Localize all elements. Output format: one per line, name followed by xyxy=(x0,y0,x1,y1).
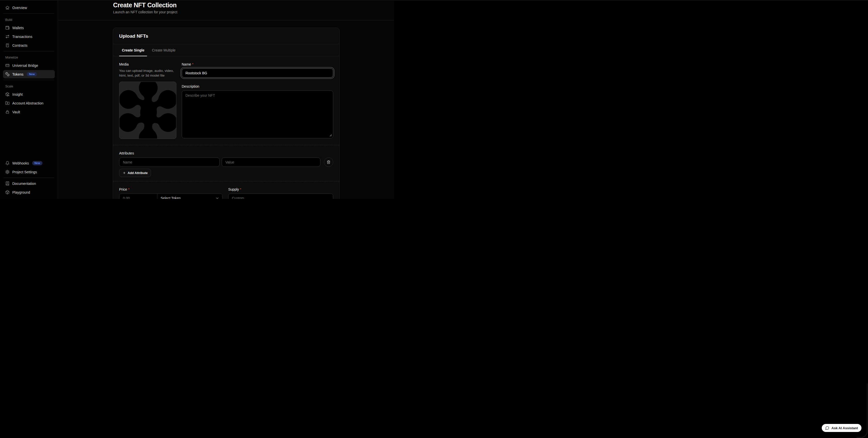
sidebar-section-monetize: Monetize xyxy=(5,56,53,59)
sidebar-item-universal-bridge[interactable]: Universal Bridge xyxy=(3,61,55,70)
sidebar-item-label: Webhooks xyxy=(12,161,29,165)
price-label: Price* xyxy=(119,188,223,191)
page-header: Create NFT Collection Launch an NFT coll… xyxy=(58,0,394,20)
required-asterisk: * xyxy=(128,188,129,191)
package-search-icon xyxy=(5,92,9,96)
page-subtitle: Launch an NFT collection for your projec… xyxy=(113,10,394,14)
card-header: Upload NFTs xyxy=(113,28,339,44)
sidebar-item-tokens[interactable]: Tokens New xyxy=(3,70,55,78)
media-column: Media You can upload image, audio, video… xyxy=(119,62,177,139)
price-supply-section: Price* Select Token Supply* xyxy=(113,181,339,199)
sidebar-item-label: Insight xyxy=(12,93,23,96)
sidebar-item-label: Account Abstraction xyxy=(12,101,43,105)
sidebar-item-label: Overview xyxy=(12,6,27,10)
sidebar-item-wallets[interactable]: Wallets xyxy=(3,24,55,32)
sidebar-item-playground[interactable]: Playground xyxy=(3,188,55,196)
sidebar-item-label: Documentation xyxy=(12,181,36,186)
nft-form-top: Media You can upload image, audio, video… xyxy=(113,56,339,145)
price-input-group: Select Token xyxy=(119,193,223,199)
sidebar-spacer xyxy=(3,116,55,159)
book-icon xyxy=(5,181,9,186)
bell-icon xyxy=(5,161,9,165)
sidebar-item-label: Vault xyxy=(12,110,20,114)
description-label: Description xyxy=(182,85,333,89)
sidebar-section-scale: Scale xyxy=(5,85,53,88)
sidebar-item-vault[interactable]: Vault xyxy=(3,108,55,116)
sidebar-item-contracts[interactable]: Contracts xyxy=(3,41,55,49)
sidebar-item-project-settings[interactable]: Project Settings xyxy=(3,168,55,176)
token-select-label: Select Token xyxy=(161,196,181,199)
contract-document-icon xyxy=(5,43,9,47)
card-title: Upload NFTs xyxy=(119,33,333,39)
supply-column: Supply* xyxy=(228,188,333,199)
supply-label: Supply* xyxy=(228,188,333,191)
home-icon xyxy=(5,5,9,10)
arrows-left-right-icon xyxy=(5,34,9,39)
sidebar-item-label: Wallets xyxy=(12,26,24,30)
sidebar-item-documentation[interactable]: Documentation xyxy=(3,179,55,188)
media-label: Media xyxy=(119,62,177,66)
coins-icon xyxy=(5,72,9,76)
sidebar-item-label: Project Settings xyxy=(12,170,37,174)
sidebar-divider xyxy=(3,80,54,80)
add-attribute-button[interactable]: Add Attribute xyxy=(119,169,151,177)
page-title: Create NFT Collection xyxy=(113,1,394,9)
new-badge: New xyxy=(32,161,42,165)
supply-input[interactable] xyxy=(228,193,333,199)
trash-icon xyxy=(327,160,331,164)
cube-icon xyxy=(5,190,9,194)
required-asterisk: * xyxy=(240,188,241,191)
sidebar-section-build: Build xyxy=(5,18,53,22)
sidebar-item-label: Universal Bridge xyxy=(12,64,38,68)
media-upload-preview[interactable] xyxy=(119,81,177,139)
price-amount-input[interactable] xyxy=(119,194,157,199)
wallet-icon xyxy=(5,26,9,30)
attribute-row xyxy=(119,158,333,167)
sidebar-divider xyxy=(3,51,54,51)
lock-icon xyxy=(5,110,9,114)
attributes-label: Attributes xyxy=(119,151,333,155)
folder-shield-icon xyxy=(5,101,9,105)
delete-attribute-button[interactable] xyxy=(324,158,333,167)
token-select-dropdown[interactable]: Select Token xyxy=(157,194,222,199)
plus-icon xyxy=(123,171,126,174)
sidebar-item-label: Tokens xyxy=(12,72,23,76)
window-top-border xyxy=(0,0,394,0)
sidebar-item-webhooks[interactable]: Webhooks New xyxy=(3,159,55,167)
sidebar-item-label: Playground xyxy=(12,190,30,194)
chevron-down-icon xyxy=(215,196,219,199)
sidebar-item-label: Contracts xyxy=(12,43,27,47)
nft-description-textarea[interactable] xyxy=(182,91,333,138)
upload-tabs: Create Single Create Multiple xyxy=(113,44,339,56)
add-attribute-label: Add Attribute xyxy=(128,171,148,175)
sidebar-item-insight[interactable]: Insight xyxy=(3,90,55,98)
name-label: Name* xyxy=(182,62,333,66)
upload-nfts-card: Upload NFTs Create Single Create Multipl… xyxy=(113,28,340,199)
sidebar-item-account-abstraction[interactable]: Account Abstraction xyxy=(3,99,55,107)
sidebar-item-transactions[interactable]: Transactions xyxy=(3,32,55,41)
attribute-value-input[interactable] xyxy=(222,158,320,167)
gear-icon xyxy=(5,170,9,174)
new-badge: New xyxy=(27,72,37,76)
sidebar-divider xyxy=(3,177,54,178)
attributes-section: Attributes Add Attribute xyxy=(113,145,339,181)
price-column: Price* Select Token xyxy=(119,188,223,199)
media-help-text: You can upload image, audio, video, html… xyxy=(119,69,177,78)
tab-create-single[interactable]: Create Single xyxy=(119,44,147,56)
sidebar-item-overview[interactable]: Overview xyxy=(3,3,55,12)
fields-column: Name* Description xyxy=(182,62,333,139)
sidebar: Overview Build Wallets Transactions Cont… xyxy=(0,0,58,199)
media-preview-image xyxy=(119,82,177,139)
main-content: Create NFT Collection Launch an NFT coll… xyxy=(58,0,394,199)
sidebar-item-label: Transactions xyxy=(12,35,32,39)
required-asterisk: * xyxy=(192,62,193,66)
tab-create-multiple[interactable]: Create Multiple xyxy=(149,44,178,56)
credit-card-icon xyxy=(5,63,9,68)
description-wrapper xyxy=(182,91,333,138)
nft-name-input[interactable] xyxy=(182,68,333,78)
attribute-name-input[interactable] xyxy=(119,158,220,167)
